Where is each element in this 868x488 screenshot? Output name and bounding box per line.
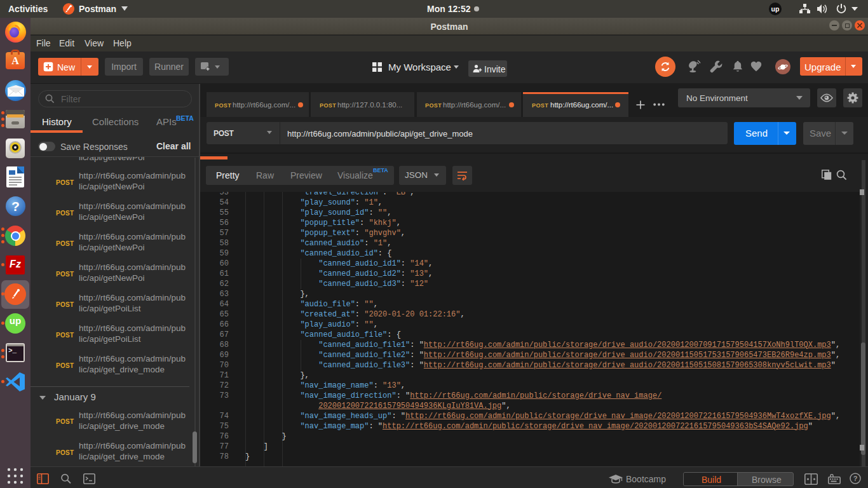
svg-text:?: ? bbox=[853, 475, 858, 482]
svg-text:up: up bbox=[771, 5, 780, 13]
